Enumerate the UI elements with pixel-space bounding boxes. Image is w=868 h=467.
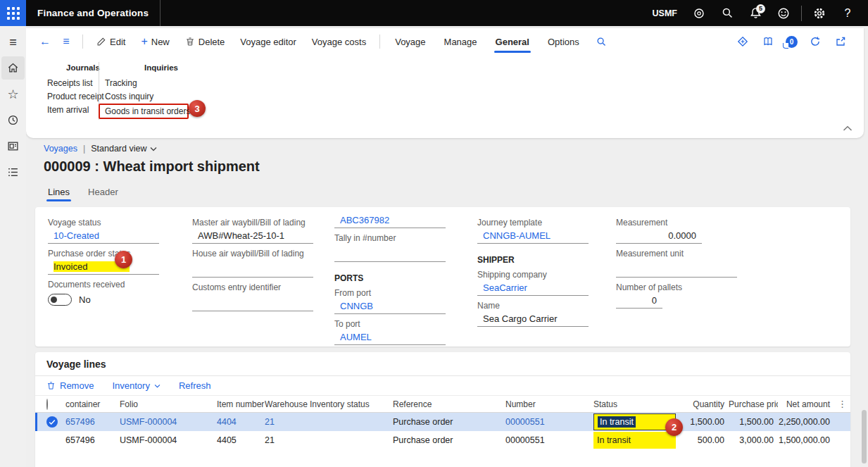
tab-voyage[interactable]: Voyage bbox=[387, 34, 433, 50]
pallets-value[interactable]: 0 bbox=[616, 293, 662, 309]
table-row[interactable]: 657496 USMF-000004 4405 21 Purchase orde… bbox=[35, 431, 850, 449]
remove-line-button[interactable]: Remove bbox=[46, 380, 94, 391]
waffle-menu-button[interactable] bbox=[0, 0, 26, 26]
nav-menu-button[interactable]: ≡ bbox=[57, 32, 75, 51]
cell-purchase-price[interactable]: 3,000.00 bbox=[729, 435, 778, 445]
voyage-status-value[interactable]: 10-Created bbox=[48, 228, 159, 244]
book-icon[interactable] bbox=[760, 32, 776, 51]
action-search-icon[interactable] bbox=[593, 32, 611, 51]
cell-container[interactable]: 657496 bbox=[65, 435, 120, 445]
copilot-icon[interactable] bbox=[688, 3, 710, 24]
sidebar-item-recent[interactable] bbox=[1, 108, 25, 132]
refresh-lines-button[interactable]: Refresh bbox=[179, 380, 211, 391]
cell-number[interactable]: 00000551 bbox=[505, 435, 593, 445]
col-purchase-price[interactable]: Purchase price bbox=[729, 399, 778, 409]
open-in-new-window-icon[interactable] bbox=[833, 32, 848, 51]
col-inventory-status[interactable]: Inventory status bbox=[310, 399, 393, 409]
voyage-details-form: Voyage status 10-Created Purchase order … bbox=[35, 207, 850, 347]
search-icon[interactable] bbox=[717, 3, 738, 24]
col-reference[interactable]: Reference bbox=[393, 399, 505, 409]
cell-folio[interactable]: USMF-000004 bbox=[120, 417, 217, 427]
notifications-bell-icon[interactable]: 5 bbox=[745, 3, 766, 24]
annotation-step-3: 3 bbox=[189, 100, 206, 117]
tab-general[interactable]: General bbox=[488, 34, 537, 50]
col-status[interactable]: Status bbox=[593, 399, 676, 409]
cell-purchase-price[interactable]: 1,500.00 bbox=[729, 417, 778, 427]
menu-item-goods-in-transit-orders[interactable]: Goods in transit orders bbox=[99, 104, 189, 119]
cell-quantity[interactable]: 1,500.00 bbox=[676, 417, 729, 427]
cell-net-amount[interactable]: 1,500,000.00 bbox=[778, 435, 834, 445]
cell-quantity[interactable]: 500.00 bbox=[676, 435, 729, 445]
col-quantity[interactable]: Quantity bbox=[676, 399, 729, 409]
journey-template-value[interactable]: CNNGB-AUMEL bbox=[477, 228, 589, 244]
refresh-icon[interactable] bbox=[807, 32, 823, 51]
cell-status[interactable]: In transit bbox=[593, 432, 676, 449]
cell-reference[interactable]: Purchase order bbox=[393, 417, 505, 427]
sidebar-item-home[interactable] bbox=[1, 56, 25, 80]
tab-header[interactable]: Header bbox=[81, 185, 125, 201]
journey-template-label: Journey template bbox=[477, 218, 615, 228]
select-all-checkbox[interactable] bbox=[46, 399, 48, 410]
cell-net-amount[interactable]: 2,250,000.00 bbox=[778, 417, 834, 427]
cell-warehouse[interactable]: 21 bbox=[265, 435, 310, 445]
back-button[interactable]: ← bbox=[36, 32, 54, 51]
shipping-company-value[interactable]: SeaCarrier bbox=[477, 280, 589, 296]
tab-options[interactable]: Options bbox=[540, 34, 587, 50]
expand-navigation-button[interactable]: ≡ bbox=[1, 30, 25, 54]
company-picker[interactable]: USMF bbox=[653, 8, 677, 18]
menu-item-tracking[interactable]: Tracking bbox=[105, 76, 218, 89]
breadcrumb-voyages-link[interactable]: Voyages bbox=[44, 144, 77, 154]
help-icon[interactable]: ? bbox=[837, 3, 858, 24]
col-number[interactable]: Number bbox=[505, 399, 593, 409]
col-container[interactable]: container bbox=[65, 399, 120, 409]
inventory-menu-button[interactable]: Inventory bbox=[112, 380, 160, 391]
cell-item-number[interactable]: 4404 bbox=[217, 417, 265, 427]
edit-button[interactable]: Edit bbox=[90, 34, 132, 50]
customs-entry-value[interactable] bbox=[192, 293, 313, 311]
tab-manage[interactable]: Manage bbox=[436, 34, 485, 50]
attachments-count-badge[interactable]: 0 bbox=[786, 36, 798, 48]
measurement-value[interactable]: 0.0000 bbox=[616, 228, 702, 244]
grid-more-options-icon[interactable]: ⋮ bbox=[834, 399, 850, 409]
table-row[interactable]: 657496 USMF-000004 4404 21 Purchase orde… bbox=[35, 413, 850, 431]
col-item-number[interactable]: Item number bbox=[217, 399, 265, 409]
col-folio[interactable]: Folio bbox=[120, 399, 217, 409]
cell-reference[interactable]: Purchase order bbox=[393, 435, 505, 445]
app-title[interactable]: Finance and Operations bbox=[26, 8, 160, 18]
master-awb-value[interactable]: AWB#Wheat-25-10-1 bbox=[192, 228, 313, 244]
settings-gear-icon[interactable] bbox=[809, 3, 830, 24]
house-awb-value[interactable] bbox=[192, 259, 313, 278]
voyage-costs-button[interactable]: Voyage costs bbox=[306, 34, 372, 50]
po-status-value[interactable]: Invoiced bbox=[48, 259, 159, 275]
cell-item-number[interactable]: 4405 bbox=[217, 435, 265, 445]
tally-value[interactable] bbox=[334, 244, 446, 262]
sidebar-item-favorites[interactable]: ☆ bbox=[1, 82, 25, 106]
tab-lines[interactable]: Lines bbox=[41, 185, 77, 201]
col-warehouse[interactable]: Warehouse bbox=[265, 399, 310, 409]
cell-warehouse[interactable]: 21 bbox=[265, 417, 310, 427]
documents-received-label: Documents received bbox=[48, 280, 182, 289]
col-net-amount[interactable]: Net amount bbox=[778, 399, 834, 409]
microsoft365-icon[interactable] bbox=[735, 32, 750, 51]
view-selector[interactable]: Standard view bbox=[91, 144, 157, 154]
voyage-editor-button[interactable]: Voyage editor bbox=[234, 34, 303, 50]
sidebar-item-modules[interactable] bbox=[1, 161, 25, 184]
sidebar-item-workspaces[interactable] bbox=[1, 135, 25, 158]
to-port-value[interactable]: AUMEL bbox=[334, 330, 446, 345]
cell-container[interactable]: 657496 bbox=[65, 417, 120, 427]
delete-button[interactable]: Delete bbox=[179, 34, 232, 50]
measurement-label: Measurement bbox=[616, 218, 739, 228]
shipper-name-value[interactable]: Sea Cargo Carrier bbox=[477, 311, 589, 327]
cell-folio[interactable]: USMF-000004 bbox=[120, 435, 217, 445]
vertical-scrollbar-thumb[interactable] bbox=[862, 410, 867, 463]
collapse-pane-chevron-icon[interactable] bbox=[843, 122, 853, 135]
documents-received-toggle[interactable] bbox=[48, 294, 72, 306]
vessel-value[interactable]: ABC367982 bbox=[334, 213, 446, 228]
cell-status[interactable]: In transit bbox=[593, 413, 676, 430]
cell-number[interactable]: 00000551 bbox=[505, 417, 593, 427]
measurement-unit-value[interactable] bbox=[616, 259, 737, 278]
from-port-value[interactable]: CNNGB bbox=[334, 299, 446, 314]
new-button[interactable]: + New bbox=[134, 33, 175, 50]
feedback-smiley-icon[interactable] bbox=[773, 3, 794, 24]
row-selected-checkbox[interactable] bbox=[46, 416, 58, 428]
